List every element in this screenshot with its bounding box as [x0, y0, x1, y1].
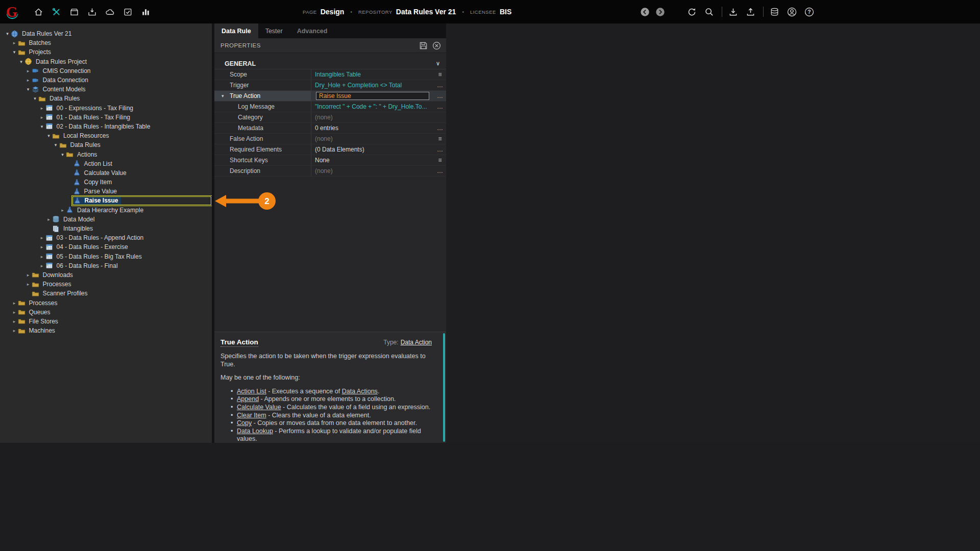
search-icon[interactable] — [702, 5, 716, 18]
tree-item-01-data-rules-tax-filing[interactable]: ▸01 - Data Rules - Tax Filing — [0, 113, 212, 122]
property-value[interactable]: None — [311, 155, 434, 165]
tree-item-04-data-rules-exercise[interactable]: ▸04 - Data Rules - Exercise — [0, 242, 212, 252]
property-value[interactable]: Dry_Hole + Completion <> Total — [311, 80, 434, 90]
expand-arrow-icon[interactable]: ▸ — [11, 300, 18, 306]
property-value[interactable]: (0 Data Elements) — [311, 144, 434, 155]
forward-icon[interactable] — [653, 5, 667, 18]
expand-arrow-icon[interactable]: ▸ — [11, 328, 18, 333]
tasks-icon[interactable] — [121, 5, 134, 18]
tree-item-03-data-rules-append-action[interactable]: ▸03 - Data Rules - Append Action — [0, 233, 212, 242]
close-icon[interactable] — [431, 40, 442, 51]
tree-item-content-models[interactable]: ▾Content Models — [0, 85, 212, 94]
help-term-link[interactable]: Calculate Value — [237, 404, 281, 411]
help-term-link[interactable]: Data Lookup — [237, 428, 273, 435]
section-collapse-icon[interactable]: ∨ — [436, 60, 440, 67]
tree-item-data-connection[interactable]: ▸Data Connection — [0, 76, 212, 85]
expand-arrow-icon[interactable]: ▸ — [25, 272, 32, 278]
ellipsis-button[interactable]: … — [434, 80, 446, 90]
account-icon[interactable] — [785, 5, 798, 18]
tree-item-data-rules[interactable]: ▾Data Rules — [0, 140, 212, 149]
expand-arrow-icon[interactable]: ▸ — [39, 235, 45, 240]
collapse-arrow-icon[interactable]: ▾ — [53, 142, 59, 147]
help-type-link[interactable]: Data Action — [401, 339, 432, 346]
help-term-link[interactable]: Append — [237, 395, 259, 403]
help-term-link[interactable]: Clear Item — [237, 412, 266, 419]
property-value-input[interactable]: Raise Issue — [316, 92, 429, 100]
cloud-upload-icon[interactable] — [103, 5, 116, 18]
tree-item-local-resources[interactable]: ▾Local Resources — [0, 131, 212, 140]
batches-icon[interactable] — [67, 5, 81, 18]
tree-item-copy-item[interactable]: Copy Item — [0, 178, 212, 187]
tree-item-05-data-rules-big-tax-rules[interactable]: ▸05 - Data Rules - Big Tax Rules — [0, 252, 212, 261]
expand-arrow-icon[interactable]: ▸ — [11, 319, 18, 324]
tree-item-processes[interactable]: ▸Processes — [0, 298, 212, 307]
expand-arrow-icon[interactable]: ▸ — [11, 40, 18, 45]
ellipsis-button[interactable]: … — [434, 91, 446, 101]
property-value[interactable]: (none) — [311, 166, 434, 176]
expand-arrow-icon[interactable]: ▸ — [39, 263, 45, 268]
collapse-arrow-icon[interactable]: ▾ — [45, 133, 52, 138]
tree-item-data-model[interactable]: ▸Data Model — [0, 215, 212, 224]
ellipsis-button[interactable]: … — [434, 166, 446, 176]
expand-arrow-icon[interactable]: ▸ — [39, 244, 45, 249]
tree-item-action-list[interactable]: Action List — [0, 159, 212, 168]
section-header-general[interactable]: GENERAL ∨ — [214, 58, 446, 69]
expand-arrow-icon[interactable]: ▸ — [59, 208, 66, 213]
save-icon[interactable] — [418, 40, 429, 51]
tree-item-actions[interactable]: ▾Actions — [0, 149, 212, 159]
collapse-arrow-icon[interactable]: ▾ — [4, 31, 11, 36]
tree-item-06-data-rules-final[interactable]: ▸06 - Data Rules - Final — [0, 261, 212, 270]
tree-item-batches[interactable]: ▸Batches — [0, 38, 212, 47]
tree-item-file-stores[interactable]: ▸File Stores — [0, 317, 212, 326]
ellipsis-button[interactable]: … — [434, 144, 446, 155]
collapse-arrow-icon[interactable]: ▾ — [25, 87, 32, 92]
tree-item-data-rules[interactable]: ▾Data Rules — [0, 94, 212, 103]
help-scrollbar[interactable] — [443, 333, 445, 442]
expand-arrow-icon[interactable]: ▸ — [25, 68, 32, 73]
back-icon[interactable] — [638, 5, 651, 18]
stats-icon[interactable] — [139, 5, 152, 18]
ellipsis-button[interactable]: … — [434, 123, 446, 133]
help-term-link[interactable]: Copy — [237, 419, 252, 427]
tree-item-parse-value[interactable]: Parse Value — [0, 187, 212, 196]
upload-icon[interactable] — [744, 5, 757, 18]
tree-item-raise-issue[interactable]: Raise Issue — [0, 196, 212, 205]
property-value[interactable]: 0 entries — [311, 123, 434, 133]
expand-arrow-icon[interactable]: ▸ — [39, 106, 45, 111]
refresh-icon[interactable] — [685, 5, 698, 18]
expand-arrow-icon[interactable]: ▸ — [25, 282, 32, 287]
expand-arrow-icon[interactable]: ▸ — [11, 310, 18, 315]
collapse-chevron-icon[interactable]: ▾ — [222, 93, 224, 98]
dropdown-menu-button[interactable]: ≡ — [434, 69, 446, 80]
tree-item-data-hierarchy-example[interactable]: ▸Data Hierarchy Example — [0, 206, 212, 215]
expand-arrow-icon[interactable]: ▸ — [45, 217, 52, 222]
property-value[interactable]: Intangibles Table — [311, 69, 434, 80]
home-icon[interactable] — [32, 5, 45, 18]
property-value[interactable]: "Incorrect " + Code + ": " + Dry_Hole.To… — [311, 102, 434, 112]
tab-advanced[interactable]: Advanced — [290, 23, 335, 38]
help-term-link[interactable]: Action List — [237, 388, 266, 395]
tab-tester[interactable]: Tester — [258, 23, 290, 38]
help-icon[interactable]: ? — [802, 5, 816, 18]
design-tools-icon[interactable] — [50, 5, 63, 18]
help-term-link[interactable]: Data Actions — [342, 388, 378, 395]
expand-arrow-icon[interactable]: ▸ — [39, 254, 45, 259]
property-value[interactable]: (none) — [311, 134, 434, 144]
tree-item-data-rules-ver-21[interactable]: ▾Data Rules Ver 21 — [0, 29, 212, 38]
tree-item-00-expressions-tax-filing[interactable]: ▸00 - Expressions - Tax Filing — [0, 104, 212, 113]
expand-arrow-icon[interactable]: ▸ — [39, 115, 45, 120]
tree-item-data-rules-project[interactable]: ▾Data Rules Project — [0, 57, 212, 66]
tree-item-calculate-value[interactable]: Calculate Value — [0, 168, 212, 178]
collapse-arrow-icon[interactable]: ▾ — [11, 49, 18, 55]
dropdown-menu-button[interactable]: ≡ — [434, 155, 446, 165]
tree-item-machines[interactable]: ▸Machines — [0, 326, 212, 335]
tab-data-rule[interactable]: Data Rule — [214, 23, 258, 38]
collapse-arrow-icon[interactable]: ▾ — [59, 152, 66, 157]
dropdown-menu-button[interactable]: ≡ — [434, 134, 446, 144]
imports-icon[interactable] — [85, 5, 99, 18]
grooper-logo-icon[interactable]: G — [0, 2, 23, 22]
property-value[interactable]: (none) — [311, 112, 434, 122]
download-icon[interactable] — [726, 5, 740, 18]
tree-item-intangibles[interactable]: Intangibles — [0, 224, 212, 233]
tree-item-cmis-connection[interactable]: ▸CMIS Connection — [0, 66, 212, 76]
